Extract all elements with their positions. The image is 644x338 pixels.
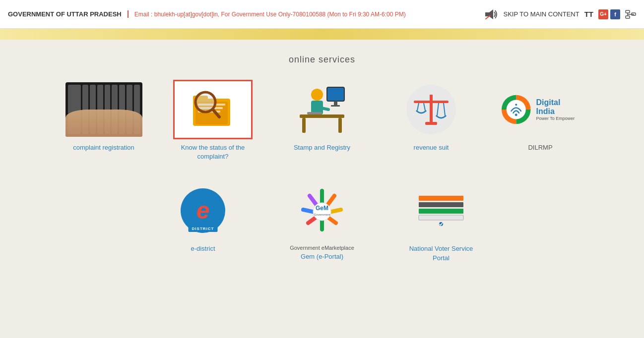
di-title: Digital India bbox=[536, 98, 580, 116]
svg-rect-19 bbox=[334, 101, 337, 105]
svg-point-36 bbox=[507, 100, 526, 119]
services-row-1: complaint registration bbox=[20, 80, 624, 161]
gem-item[interactable]: GeM Government Government eMarketplace G… bbox=[282, 181, 362, 261]
svg-rect-34 bbox=[425, 122, 437, 125]
svg-rect-51 bbox=[419, 196, 463, 201]
svg-rect-21 bbox=[300, 114, 344, 118]
svg-line-47 bbox=[310, 196, 317, 206]
complaint-registration-icon-box bbox=[64, 80, 143, 139]
di-subtitle: Power To Empower bbox=[536, 116, 580, 121]
svg-rect-54 bbox=[419, 215, 463, 220]
svg-rect-22 bbox=[302, 118, 306, 133]
e-district-item[interactable]: e DISTRICT e-district bbox=[163, 181, 243, 253]
sitemap-icon[interactable] bbox=[625, 10, 636, 19]
know-status-item[interactable]: Know the status of the complaint? bbox=[173, 80, 253, 161]
svg-rect-28 bbox=[430, 95, 433, 122]
svg-point-38 bbox=[515, 104, 517, 106]
svg-marker-1 bbox=[489, 9, 493, 19]
header-actions: SKIP TO MAIN CONTENT TT G+ f bbox=[485, 9, 636, 20]
revenue-suit-icon-box bbox=[391, 80, 471, 139]
section-title: online services bbox=[20, 55, 624, 65]
e-district-label: e-district bbox=[191, 244, 215, 253]
svg-rect-53 bbox=[419, 209, 463, 214]
svg-rect-3 bbox=[626, 10, 630, 13]
svg-rect-23 bbox=[338, 118, 342, 133]
svg-line-33 bbox=[444, 103, 445, 115]
dilrmp-item[interactable]: Digital India Power To Empower DILRMP bbox=[501, 80, 580, 152]
svg-text:GeM: GeM bbox=[316, 205, 328, 212]
header: GOVERNMENT OF UTTAR PRADESH Email : bhul… bbox=[0, 0, 644, 29]
svg-line-41 bbox=[327, 196, 334, 206]
svg-rect-18 bbox=[327, 87, 344, 101]
gem-label: Gem (e-Portal) bbox=[301, 252, 343, 261]
stamp-registry-item[interactable]: Stamp and Registry bbox=[282, 80, 362, 152]
gem-icon-box: GeM Government bbox=[282, 181, 362, 240]
yellow-bar bbox=[0, 29, 644, 40]
revenue-suit-label: revenue suit bbox=[414, 143, 449, 152]
e-district-icon-box: e DISTRICT bbox=[163, 181, 243, 240]
gem-sublabel: Government eMarketplace bbox=[290, 244, 354, 252]
facebook-icon[interactable]: f bbox=[610, 9, 620, 19]
svg-line-30 bbox=[417, 103, 419, 111]
revenue-suit-item[interactable]: revenue suit bbox=[391, 80, 471, 152]
di-text: Digital India Power To Empower bbox=[536, 98, 580, 121]
know-status-icon-box bbox=[173, 80, 253, 139]
voter-portal-label: National Voter Service Portal bbox=[401, 244, 481, 262]
svg-rect-20 bbox=[331, 105, 340, 107]
gov-title: GOVERNMENT OF UTTAR PRADESH bbox=[8, 10, 129, 18]
scales-icon bbox=[406, 85, 456, 134]
stamp-registry-icon-box bbox=[282, 80, 362, 139]
header-email: Email : bhulekh-up[at]gov[dot]in, For Go… bbox=[134, 11, 479, 18]
main-content: online services bbox=[0, 40, 644, 282]
speaker-icon[interactable] bbox=[485, 9, 499, 20]
complaint-registration-item[interactable]: complaint registration bbox=[64, 80, 143, 152]
svg-line-32 bbox=[437, 103, 439, 115]
know-status-label: Know the status of the complaint? bbox=[173, 143, 253, 161]
svg-rect-27 bbox=[307, 112, 322, 114]
svg-line-31 bbox=[424, 103, 425, 111]
svg-point-24 bbox=[311, 89, 323, 101]
stamp-registry-label: Stamp and Registry bbox=[294, 143, 350, 152]
svg-rect-4 bbox=[626, 16, 630, 18]
text-resize-button[interactable]: TT bbox=[584, 10, 593, 18]
dilrmp-icon-box: Digital India Power To Empower bbox=[501, 80, 580, 139]
svg-rect-0 bbox=[485, 12, 489, 16]
svg-rect-29 bbox=[414, 101, 449, 103]
voter-portal-icon-box bbox=[401, 181, 481, 240]
complaint-registration-label: complaint registration bbox=[73, 143, 134, 152]
google-plus-icon[interactable]: G+ bbox=[598, 9, 608, 19]
svg-point-37 bbox=[515, 113, 517, 116]
voter-portal-item[interactable]: National Voter Service Portal bbox=[401, 181, 481, 262]
skip-to-main-link[interactable]: SKIP TO MAIN CONTENT bbox=[504, 10, 580, 18]
services-row-2: e DISTRICT e-district bbox=[20, 181, 624, 262]
svg-rect-52 bbox=[419, 202, 463, 207]
dilrmp-label: DILRMP bbox=[528, 143, 552, 152]
digital-india-logo: Digital India Power To Empower bbox=[501, 94, 580, 126]
svg-text:Government: Government bbox=[314, 213, 330, 216]
social-icons: G+ f bbox=[598, 9, 620, 19]
